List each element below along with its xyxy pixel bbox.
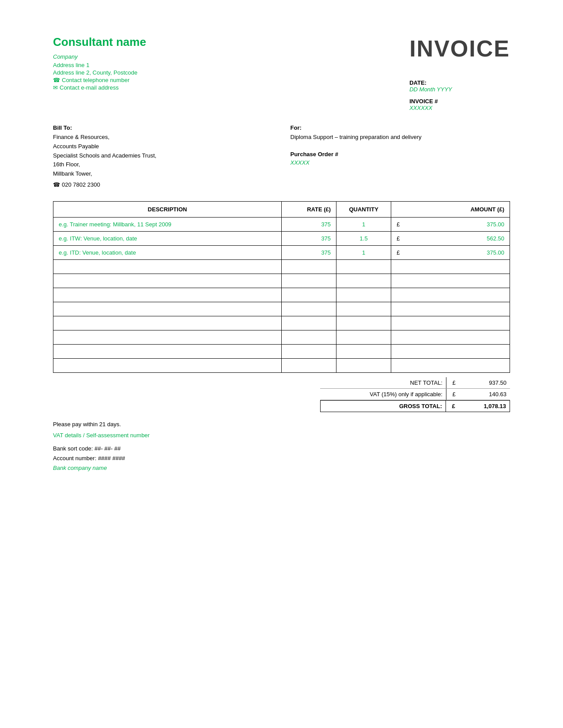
bill-to-line5: Millbank Tower, xyxy=(53,169,273,179)
date-invoice-block: DATE: DD Month YYYY INVOICE # XXXXXX xyxy=(409,79,452,111)
amount-currency-0: £ xyxy=(397,221,400,228)
net-total-label: NET TOTAL: xyxy=(320,377,446,388)
gross-value: 1,078.13 xyxy=(461,401,510,412)
for-block: For: Diploma Support – training preparat… xyxy=(273,124,510,188)
phone-icon: ☎ xyxy=(53,77,60,83)
table-header-row: DESCRIPTION RATE (£) QUANTITY AMOUNT (£) xyxy=(53,201,510,217)
vat-row: VAT (15%) only if applicable: £ 140.63 xyxy=(320,389,510,400)
payment-note: Please pay within 21 days. xyxy=(53,421,510,428)
totals-wrapper: NET TOTAL: £ 937.50 VAT (15%) only if ap… xyxy=(53,377,510,412)
vat-details: VAT details / Self-assessment number xyxy=(53,432,510,439)
for-description: Diploma Support – training preparation a… xyxy=(291,133,510,142)
contact-telephone: ☎ Contact telephone number xyxy=(53,77,146,83)
bill-to-address: Finance & Resources, Accounts Payable Sp… xyxy=(53,133,273,179)
account-number: Account number: #### #### xyxy=(53,454,510,463)
invoice-title: INVOICE xyxy=(409,35,510,62)
header-rate: RATE (£) xyxy=(282,201,336,217)
item-rate-2: 375 xyxy=(282,245,336,259)
invoice-title-block: INVOICE DATE: DD Month YYYY INVOICE # XX… xyxy=(409,35,510,111)
item-description-0: e.g. Trainer meeting: Millbank, 11 Sept … xyxy=(53,217,282,231)
empty-row xyxy=(53,358,510,372)
bill-to-label: Bill To: xyxy=(53,124,273,131)
empty-row xyxy=(53,288,510,302)
item-amount-1: £ 562.50 xyxy=(391,231,510,245)
totals-inner: NET TOTAL: £ 937.50 VAT (15%) only if ap… xyxy=(320,377,510,412)
item-rate-0: 375 xyxy=(282,217,336,231)
amount-currency-2: £ xyxy=(397,249,400,256)
bill-to-line1: Finance & Resources, xyxy=(53,133,273,142)
empty-row xyxy=(53,344,510,358)
purchase-order-value: XXXXX xyxy=(291,159,510,166)
item-rate-1: 375 xyxy=(282,231,336,245)
address-line-1: Address line 1 xyxy=(53,62,146,68)
phone-icon-2: ☎ xyxy=(53,181,60,188)
vat-label: VAT (15%) only if applicable: xyxy=(320,389,446,400)
date-label: DATE: xyxy=(409,79,427,86)
table-row: e.g. ITW: Venue, location, date 375 1.5 … xyxy=(53,231,510,245)
empty-row xyxy=(53,316,510,330)
empty-row xyxy=(53,302,510,316)
header-description: DESCRIPTION xyxy=(53,201,282,217)
table-row: e.g. Trainer meeting: Millbank, 11 Sept … xyxy=(53,217,510,231)
invoice-num-value: XXXXXX xyxy=(409,105,432,111)
empty-row xyxy=(53,274,510,288)
net-currency: £ xyxy=(446,377,461,388)
gross-label: GROSS TOTAL: xyxy=(321,401,446,412)
bank-details: Bank sort code: ##- ##- ## Account numbe… xyxy=(53,444,510,473)
page-header: Consultant name Company Address line 1 A… xyxy=(53,35,510,111)
header-amount: AMOUNT (£) xyxy=(391,201,510,217)
item-amount-2: £ 375.00 xyxy=(391,245,510,259)
email-icon: ✉ xyxy=(53,84,58,91)
vat-currency: £ xyxy=(446,389,461,400)
item-qty-2: 1 xyxy=(336,245,391,259)
bill-to-block: Bill To: Finance & Resources, Accounts P… xyxy=(53,124,273,188)
item-description-2: e.g. ITD: Venue, location, date xyxy=(53,245,282,259)
amount-currency-1: £ xyxy=(397,235,400,242)
header-quantity: QUANTITY xyxy=(336,201,391,217)
company-name: Company xyxy=(53,53,146,60)
empty-row xyxy=(53,259,510,274)
amount-value-2: 375.00 xyxy=(487,249,504,256)
item-description-1: e.g. ITW: Venue, location, date xyxy=(53,231,282,245)
date-section: DATE: DD Month YYYY xyxy=(409,79,452,93)
bill-to-line4: 16th Floor, xyxy=(53,160,273,169)
table-row: e.g. ITD: Venue, location, date 375 1 £ … xyxy=(53,245,510,259)
item-qty-1: 1.5 xyxy=(336,231,391,245)
address-line-2: Address line 2, County, Postcode xyxy=(53,69,146,76)
gross-total-row: GROSS TOTAL: £ 1,078.13 xyxy=(320,400,510,412)
date-value: DD Month YYYY xyxy=(409,86,452,93)
invoice-num-label: INVOICE # xyxy=(409,98,438,105)
invoice-num-section: INVOICE # XXXXXX xyxy=(409,98,452,111)
gross-currency: £ xyxy=(446,401,461,412)
net-value: 937.50 xyxy=(461,377,510,388)
consultant-block: Consultant name Company Address line 1 A… xyxy=(53,35,146,92)
net-total-row: NET TOTAL: £ 937.50 xyxy=(320,377,510,389)
item-amount-0: £ 375.00 xyxy=(391,217,510,231)
for-label: For: xyxy=(291,124,510,131)
consultant-name: Consultant name xyxy=(53,35,146,49)
amount-value-1: 562.50 xyxy=(487,235,504,242)
bank-company: Bank company name xyxy=(53,463,510,473)
empty-row xyxy=(53,330,510,344)
purchase-order-label: Purchase Order # xyxy=(291,151,510,158)
bill-to-phone: ☎ 020 7802 2300 xyxy=(53,181,273,188)
bill-for-section: Bill To: Finance & Resources, Accounts P… xyxy=(53,124,510,188)
invoice-table: DESCRIPTION RATE (£) QUANTITY AMOUNT (£)… xyxy=(53,201,510,373)
bank-sort-code: Bank sort code: ##- ##- ## xyxy=(53,444,510,454)
footer-section: Please pay within 21 days. VAT details /… xyxy=(53,421,510,473)
bill-to-line3: Specialist Schools and Academies Trust, xyxy=(53,151,273,161)
bill-to-line2: Accounts Payable xyxy=(53,142,273,151)
item-qty-0: 1 xyxy=(336,217,391,231)
amount-value-0: 375.00 xyxy=(487,221,504,228)
contact-email: ✉ Contact e-mail address xyxy=(53,84,146,91)
vat-value: 140.63 xyxy=(461,389,510,400)
